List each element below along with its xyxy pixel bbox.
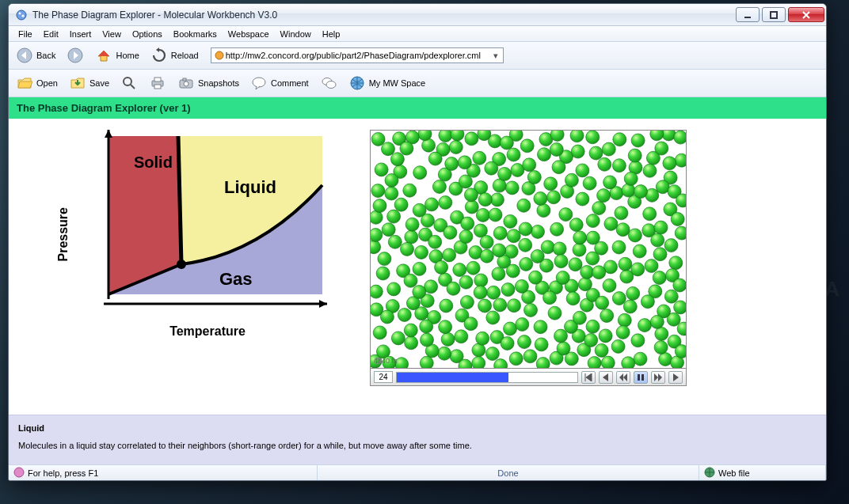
url-dropdown-icon[interactable]: ▾ <box>490 51 501 61</box>
menu-webspace[interactable]: Webspace <box>223 28 274 40</box>
x-axis-label: Temperature <box>169 324 246 339</box>
svg-point-237 <box>387 282 401 296</box>
svg-point-203 <box>527 171 541 184</box>
menu-bookmarks[interactable]: Bookmarks <box>169 28 222 40</box>
menu-edit[interactable]: Edit <box>39 28 63 40</box>
search-button[interactable] <box>118 72 143 94</box>
close-button[interactable] <box>788 7 824 22</box>
url-box[interactable]: http://mw2.concord.org/public/part2/Phas… <box>211 47 504 63</box>
svg-point-277 <box>554 255 568 268</box>
snapshots-button[interactable]: Snapshots <box>175 72 245 94</box>
svg-point-135 <box>501 283 515 297</box>
save-icon <box>69 74 86 92</box>
svg-point-36 <box>420 356 433 369</box>
svg-point-273 <box>653 248 667 261</box>
gas-label: Gas <box>219 269 253 289</box>
svg-point-278 <box>596 296 609 309</box>
svg-point-306 <box>573 231 587 244</box>
svg-point-255 <box>480 249 493 263</box>
svg-point-285 <box>460 296 474 309</box>
svg-point-175 <box>473 151 486 165</box>
svg-point-279 <box>480 236 493 249</box>
svg-point-168 <box>465 200 478 214</box>
svg-point-137 <box>552 161 565 174</box>
menu-view[interactable]: View <box>97 28 126 40</box>
svg-rect-3 <box>744 17 751 18</box>
pause-button[interactable] <box>634 371 648 384</box>
comment-button[interactable]: Comment <box>248 72 314 94</box>
svg-point-123 <box>531 250 544 263</box>
help-icon <box>13 467 25 479</box>
svg-point-219 <box>619 257 632 271</box>
minimize-button[interactable] <box>736 7 760 22</box>
reload-button[interactable]: Reload <box>148 44 204 66</box>
home-button[interactable]: Home <box>93 44 144 66</box>
svg-point-47 <box>504 322 517 335</box>
svg-point-251 <box>451 131 464 141</box>
menu-window[interactable]: Window <box>276 28 316 40</box>
print-icon <box>149 74 166 92</box>
myspace-button[interactable]: My MW Space <box>346 72 432 94</box>
step-back-button[interactable] <box>599 371 613 384</box>
save-button[interactable]: Save <box>67 72 115 94</box>
svg-point-193 <box>633 244 646 258</box>
svg-point-108 <box>534 192 547 206</box>
back-button[interactable]: Back <box>13 44 61 66</box>
svg-point-157 <box>570 131 584 142</box>
step-fwd-button[interactable] <box>668 371 683 384</box>
svg-point-275 <box>559 208 573 222</box>
svg-point-20 <box>520 257 533 271</box>
svg-point-283 <box>421 333 434 347</box>
next-frame-button[interactable] <box>651 371 665 384</box>
svg-point-186 <box>501 337 514 351</box>
svg-point-319 <box>500 136 513 150</box>
svg-point-127 <box>517 199 531 212</box>
frame-counter[interactable]: 24 <box>374 371 393 383</box>
svg-point-216 <box>622 184 635 197</box>
svg-point-131 <box>371 241 381 254</box>
svg-point-192 <box>566 292 580 305</box>
svg-point-208 <box>415 245 428 259</box>
titlebar: The Phase Diagram Explorer - Molecular W… <box>9 4 826 26</box>
phase-diagram-svg[interactable]: Solid Liquid Gas <box>77 130 338 320</box>
svg-point-204 <box>638 319 652 332</box>
svg-point-292 <box>624 172 638 185</box>
svg-point-17 <box>326 81 336 89</box>
url-icon <box>215 51 226 60</box>
toolbar-file: Open Save Snapshots Comment My MW Space <box>9 70 826 97</box>
svg-point-323 <box>650 315 664 328</box>
menu-options[interactable]: Options <box>128 28 167 40</box>
triple-point[interactable] <box>177 260 186 269</box>
menu-help[interactable]: Help <box>318 28 345 40</box>
svg-point-252 <box>573 311 586 324</box>
chat-button[interactable] <box>318 72 343 94</box>
forward-button[interactable] <box>64 44 89 66</box>
svg-point-214 <box>388 235 402 248</box>
svg-point-163 <box>548 306 562 320</box>
svg-point-185 <box>618 313 631 327</box>
maximize-button[interactable] <box>762 7 786 22</box>
svg-point-266 <box>489 208 502 222</box>
svg-point-244 <box>404 274 417 287</box>
reload-label: Reload <box>171 51 199 60</box>
open-button[interactable]: Open <box>13 72 63 94</box>
svg-point-15 <box>253 78 265 87</box>
rewind-button[interactable] <box>581 371 596 384</box>
svg-point-302 <box>464 188 478 202</box>
menu-insert[interactable]: Insert <box>65 28 97 40</box>
print-button[interactable] <box>147 72 172 94</box>
svg-point-138 <box>371 184 385 198</box>
svg-point-268 <box>676 194 687 207</box>
svg-point-44 <box>382 223 395 237</box>
svg-point-7 <box>215 51 223 59</box>
camera-icon <box>177 74 195 92</box>
svg-point-88 <box>611 339 625 353</box>
svg-point-288 <box>565 173 578 187</box>
frame-slider[interactable] <box>396 372 578 383</box>
menu-file[interactable]: File <box>13 28 37 40</box>
svg-point-187 <box>458 156 471 169</box>
svg-point-249 <box>664 239 678 252</box>
simulation-view[interactable]: 4640 fs <box>370 130 687 369</box>
back-icon <box>16 47 33 64</box>
prev-frame-button[interactable] <box>616 371 630 384</box>
